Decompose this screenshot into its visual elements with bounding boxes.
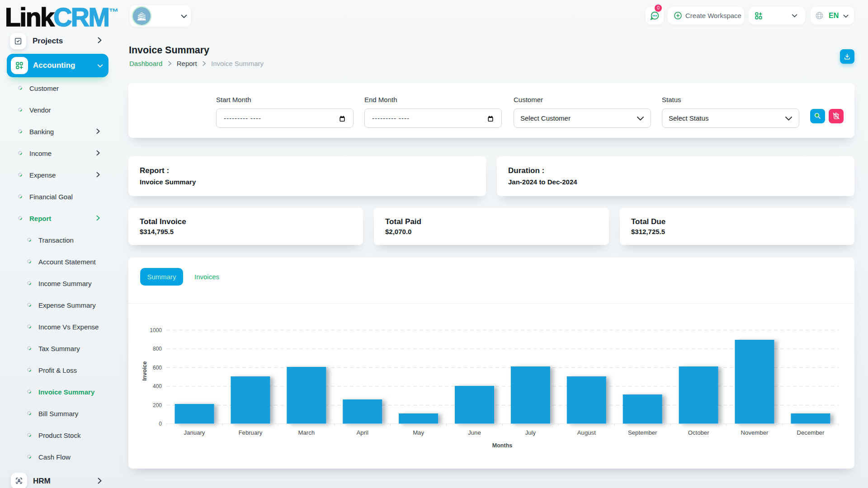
svg-text:400: 400 xyxy=(153,383,162,389)
svg-text:200: 200 xyxy=(153,402,162,408)
svg-text:0: 0 xyxy=(159,421,162,427)
svg-text:February: February xyxy=(239,429,263,436)
svg-text:April: April xyxy=(357,429,368,436)
svg-text:June: June xyxy=(468,429,481,436)
svg-text:1000: 1000 xyxy=(150,327,162,333)
svg-text:March: March xyxy=(298,429,315,436)
svg-text:September: September xyxy=(628,429,657,436)
svg-text:Invoice: Invoice xyxy=(142,361,148,380)
svg-text:January: January xyxy=(184,429,205,436)
svg-text:600: 600 xyxy=(153,365,162,371)
svg-text:800: 800 xyxy=(153,346,162,352)
svg-text:October: October xyxy=(688,429,710,436)
svg-text:August: August xyxy=(577,429,596,436)
svg-text:December: December xyxy=(797,429,824,436)
svg-text:Months: Months xyxy=(492,442,512,449)
svg-text:November: November xyxy=(741,429,769,436)
svg-text:May: May xyxy=(413,429,424,436)
svg-text:July: July xyxy=(525,429,536,436)
